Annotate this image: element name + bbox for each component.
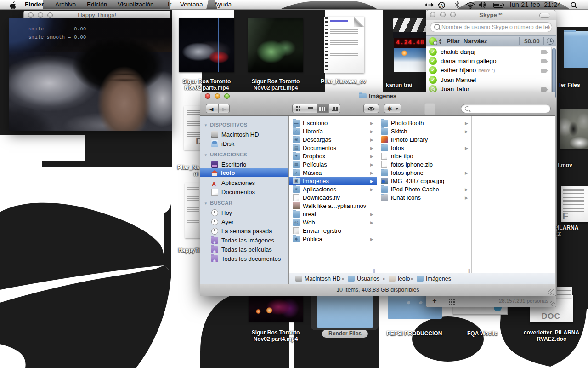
svg-text:A: A — [440, 3, 443, 8]
